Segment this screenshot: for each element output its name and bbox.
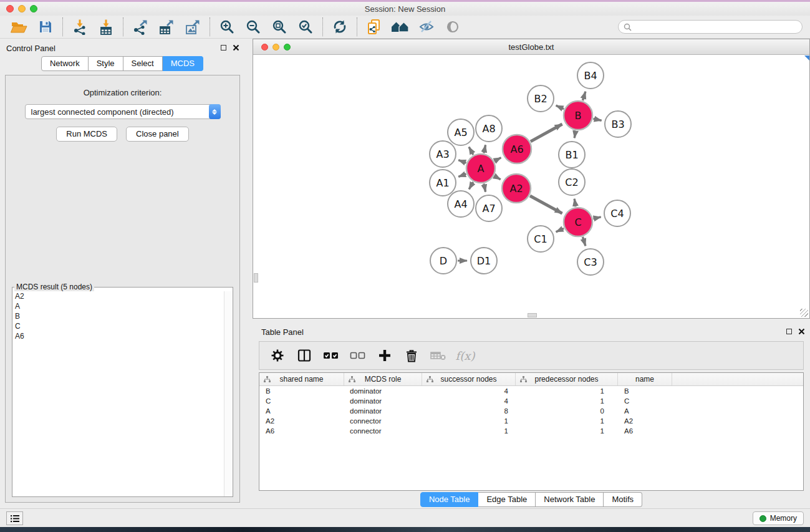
tab-node-table[interactable]: Node Table bbox=[420, 492, 479, 507]
zoom-fit-icon[interactable] bbox=[266, 16, 292, 37]
table-cell[interactable]: B bbox=[618, 386, 672, 396]
close-panel-button[interactable]: Close panel bbox=[126, 127, 189, 142]
graph-edge-A-A2[interactable] bbox=[494, 176, 501, 180]
close-window-button[interactable] bbox=[6, 5, 14, 12]
hide-selected-icon[interactable] bbox=[413, 16, 440, 37]
table-cell[interactable]: 1 bbox=[516, 426, 618, 436]
graph-edge-A-A3[interactable] bbox=[458, 160, 466, 163]
column-header-shared-name[interactable]: shared name bbox=[259, 373, 344, 385]
mcds-result-item[interactable]: A2 bbox=[12, 291, 224, 301]
table-cell[interactable]: dominator bbox=[344, 406, 422, 416]
export-table-icon[interactable] bbox=[153, 16, 180, 37]
table-cell[interactable]: A6 bbox=[259, 426, 344, 436]
table-cell[interactable]: C bbox=[618, 396, 672, 406]
column-header-successor-nodes[interactable]: successor nodes bbox=[422, 373, 516, 385]
graph-edge-C-C2[interactable] bbox=[574, 199, 576, 207]
table-cell[interactable]: dominator bbox=[344, 386, 422, 396]
minimize-window-button[interactable] bbox=[18, 5, 26, 12]
clone-network-icon[interactable] bbox=[361, 16, 387, 37]
first-neighbors-icon[interactable] bbox=[387, 16, 413, 37]
table-cell[interactable]: 1 bbox=[422, 416, 516, 426]
table-cell[interactable]: 0 bbox=[516, 406, 618, 416]
mcds-result-item[interactable]: C bbox=[12, 321, 224, 331]
tab-network[interactable]: Network bbox=[41, 56, 89, 71]
network-close-button[interactable] bbox=[261, 44, 268, 51]
mcds-result-item[interactable]: A6 bbox=[12, 331, 224, 341]
table-cell[interactable]: 1 bbox=[422, 426, 516, 436]
task-history-button[interactable] bbox=[6, 511, 23, 525]
zoom-selected-icon[interactable] bbox=[292, 16, 319, 37]
graph-edge-A-A7[interactable] bbox=[484, 183, 486, 191]
graph-edge-B-B4[interactable] bbox=[582, 92, 585, 100]
open-session-icon[interactable] bbox=[6, 16, 32, 37]
canvas-left-handle[interactable] bbox=[254, 273, 258, 283]
table-cell[interactable]: C bbox=[259, 396, 344, 406]
create-column-plus-icon[interactable] bbox=[377, 347, 393, 364]
zoom-in-icon[interactable] bbox=[214, 16, 240, 37]
tab-motifs[interactable]: Motifs bbox=[604, 492, 642, 507]
network-window-titlebar[interactable]: testGlobe.txt bbox=[253, 39, 809, 55]
column-header-mcds-role[interactable]: MCDS role bbox=[344, 373, 422, 385]
graph-edge-A-A1[interactable] bbox=[458, 174, 466, 177]
mcds-result-item[interactable]: B bbox=[12, 311, 224, 321]
zoom-window-button[interactable] bbox=[30, 5, 37, 12]
memory-button[interactable]: Memory bbox=[753, 511, 804, 525]
float-table-panel-icon[interactable] bbox=[786, 329, 792, 334]
graph-edge-A-A5[interactable] bbox=[469, 147, 473, 155]
export-network-icon[interactable] bbox=[127, 16, 153, 37]
mcds-result-item[interactable]: A bbox=[12, 301, 224, 311]
criterion-dropdown[interactable]: largest connected component (directed) bbox=[25, 104, 221, 119]
tab-network-table[interactable]: Network Table bbox=[536, 492, 604, 507]
export-image-icon[interactable] bbox=[180, 16, 206, 37]
window-resize-grip[interactable] bbox=[800, 309, 808, 317]
float-panel-icon[interactable] bbox=[221, 45, 226, 51]
table-row[interactable]: A6connector11A6 bbox=[259, 426, 803, 436]
search-field[interactable] bbox=[618, 20, 803, 34]
network-minimize-button[interactable] bbox=[272, 44, 279, 51]
table-cell[interactable]: A2 bbox=[618, 416, 672, 426]
table-cell[interactable]: 1 bbox=[516, 386, 618, 396]
graph-edge-C-C1[interactable] bbox=[556, 228, 564, 232]
network-zoom-button[interactable] bbox=[284, 44, 291, 51]
graph-edge-C-C4[interactable] bbox=[593, 217, 600, 219]
result-scrollbar[interactable] bbox=[224, 291, 233, 496]
table-row[interactable]: Cdominator41C bbox=[259, 396, 803, 406]
table-cell[interactable]: 8 bbox=[422, 406, 516, 416]
canvas-bottom-handle[interactable] bbox=[528, 313, 537, 317]
search-input[interactable] bbox=[635, 22, 797, 31]
table-cell[interactable]: A6 bbox=[618, 426, 672, 436]
refresh-icon[interactable] bbox=[327, 16, 353, 37]
network-canvas[interactable]: B4B2BB3A5A8A6B1A3AC2A1A2A4A7CC4C1C3DD1 bbox=[253, 56, 809, 318]
table-settings-gear-icon[interactable] bbox=[269, 347, 286, 364]
zoom-out-icon[interactable] bbox=[240, 16, 266, 37]
column-header-name[interactable]: name bbox=[618, 373, 672, 385]
graph-edge-A-A8[interactable] bbox=[484, 145, 486, 153]
graph-edge-B-B1[interactable] bbox=[574, 131, 576, 138]
table-cell[interactable]: connector bbox=[344, 416, 422, 426]
run-mcds-button[interactable]: Run MCDS bbox=[56, 127, 117, 142]
delete-column-trash-icon[interactable] bbox=[403, 347, 420, 364]
table-cell[interactable]: connector bbox=[344, 426, 422, 436]
table-cell[interactable]: A bbox=[618, 406, 672, 416]
graph-edge-C-C3[interactable] bbox=[582, 237, 585, 246]
tab-mcds[interactable]: MCDS bbox=[163, 56, 203, 71]
save-session-icon[interactable] bbox=[32, 16, 59, 37]
tab-edge-table[interactable]: Edge Table bbox=[478, 492, 536, 507]
import-table-icon[interactable] bbox=[93, 16, 119, 37]
table-row[interactable]: Adominator80A bbox=[259, 406, 803, 416]
table-row[interactable]: Bdominator41B bbox=[259, 386, 803, 396]
graph-edge-A-A4[interactable] bbox=[469, 182, 473, 190]
tab-style[interactable]: Style bbox=[89, 56, 123, 71]
table-cell[interactable]: 4 bbox=[422, 386, 516, 396]
show-column-panel-icon[interactable] bbox=[296, 347, 312, 364]
table-cell[interactable]: 1 bbox=[516, 416, 618, 426]
graph-edge-A-A6[interactable] bbox=[494, 158, 501, 162]
table-cell[interactable]: A2 bbox=[259, 416, 344, 426]
table-cell[interactable]: 4 bbox=[422, 396, 516, 406]
table-cell[interactable]: dominator bbox=[344, 396, 422, 406]
graph-edge-B-B2[interactable] bbox=[556, 105, 564, 109]
graph-edge-B-B3[interactable] bbox=[593, 118, 601, 120]
table-cell[interactable]: A bbox=[259, 406, 344, 416]
column-header-predecessor-nodes[interactable]: predecessor nodes bbox=[516, 373, 618, 385]
table-cell[interactable]: B bbox=[259, 386, 344, 396]
